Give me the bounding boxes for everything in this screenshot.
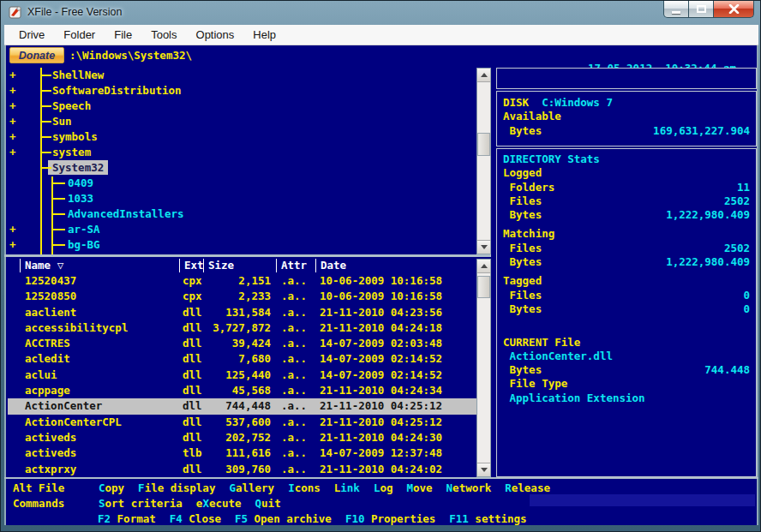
info-label: C:Windows 7 xyxy=(542,96,613,109)
file-size: 39,424 xyxy=(205,336,271,351)
minimize-button[interactable] xyxy=(663,1,689,18)
command-move[interactable]: Move xyxy=(406,481,432,496)
file-row[interactable]: acluidll125,440.a..14-07-2009 02:14:52 xyxy=(8,368,476,383)
window-controls xyxy=(663,1,754,18)
file-ext: dll xyxy=(183,415,202,430)
tree-item-softwaredistribution[interactable]: +SoftwareDistribution xyxy=(8,83,476,99)
command-f11-settings[interactable]: F11 settings xyxy=(449,511,526,527)
command-network[interactable]: Network xyxy=(446,481,492,496)
menu-help[interactable]: Help xyxy=(243,27,285,43)
expand-icon[interactable]: + xyxy=(9,68,16,82)
file-date: 14-07-2009 02:14:52 xyxy=(320,351,442,367)
command-f10-properties[interactable]: F10 Properties xyxy=(345,511,435,527)
command-copy[interactable]: Copy xyxy=(99,481,124,496)
menu-options[interactable]: Options xyxy=(187,27,244,43)
file-size: 45,568 xyxy=(205,383,271,398)
file-row[interactable]: acppagedll45,568.a..21-11-2010 04:24:34 xyxy=(8,383,476,398)
expand-icon[interactable]: + xyxy=(9,237,16,252)
command-log[interactable]: Log xyxy=(374,481,393,496)
expand-icon[interactable]: + xyxy=(9,83,16,98)
tree-item-1033[interactable]: 1033 xyxy=(8,191,476,206)
file-row[interactable]: ActionCenterdll744,448.a..21-11-2010 04:… xyxy=(8,398,476,414)
tree-item-ar-sa[interactable]: +ar-SA xyxy=(8,222,476,237)
command-quit[interactable]: Quit xyxy=(255,496,281,511)
scroll-down-button[interactable] xyxy=(477,240,490,254)
menu-file[interactable]: File xyxy=(105,27,141,43)
donate-button[interactable]: Donate xyxy=(9,47,64,63)
command-file-display[interactable]: File display xyxy=(138,481,215,496)
file-row[interactable]: 12520850cpx2,233.a..10-06-2009 10:16:58 xyxy=(8,289,476,304)
command-f2-format[interactable]: F2 Format xyxy=(98,511,156,527)
maximize-button[interactable] xyxy=(689,1,713,18)
command-f5-open-archive[interactable]: F5 Open archive xyxy=(235,511,332,527)
expand-icon[interactable]: + xyxy=(9,129,16,144)
command-sort-criteria[interactable]: Sort criteria xyxy=(99,496,183,511)
info-row: Application Extension xyxy=(497,392,756,405)
tree-item-symbols[interactable]: +symbols xyxy=(8,129,476,145)
file-row[interactable]: acleditdll7,680.a..14-07-2009 02:14:52 xyxy=(8,351,476,367)
tree-item-system32[interactable]: System32 xyxy=(8,160,476,176)
tree-item-0409[interactable]: 0409 xyxy=(8,176,476,191)
command-gallery[interactable]: Gallery xyxy=(229,481,274,496)
file-date: 10-06-2009 10:16:58 xyxy=(320,273,442,289)
close-button[interactable] xyxy=(713,1,754,18)
tree-item-label: ShellNew xyxy=(52,68,104,82)
file-list: 12520437cpx2,151.a..10-06-2009 10:16:581… xyxy=(8,273,476,477)
file-attr: .a.. xyxy=(281,445,307,461)
expand-icon[interactable]: + xyxy=(9,145,16,159)
file-date: 21-11-2010 04:24:30 xyxy=(320,430,442,445)
info-row: DISK C:Windows 7 xyxy=(497,96,756,110)
tree-scrollbar[interactable] xyxy=(476,68,491,254)
menu-folder[interactable]: Folder xyxy=(54,27,105,43)
scroll-thumb[interactable] xyxy=(477,276,490,298)
tree-branch-line xyxy=(51,198,65,200)
scroll-up-button[interactable] xyxy=(477,260,490,273)
scroll-down-button[interactable] xyxy=(477,463,490,476)
command-icons[interactable]: Icons xyxy=(288,481,321,496)
info-value: 0 xyxy=(743,302,750,316)
file-row[interactable]: ACCTRESdll39,424.a..14-07-2009 02:03:48 xyxy=(8,336,476,351)
expand-icon[interactable]: + xyxy=(9,99,16,113)
column-header-ext[interactable]: Ext xyxy=(179,259,204,272)
file-ext: tlb xyxy=(183,445,202,461)
file-row[interactable]: activedsdll202,752.a..21-11-2010 04:24:3… xyxy=(8,430,476,445)
tree-branch-line xyxy=(40,105,51,107)
column-header-size[interactable]: Size xyxy=(203,259,234,272)
tree-item-advancedinstallers[interactable]: AdvancedInstallers xyxy=(8,206,476,222)
command-link[interactable]: Link xyxy=(334,481,360,496)
info-row: Bytes169,631,227.904 xyxy=(497,124,756,138)
tree-item-system[interactable]: +system xyxy=(8,145,476,160)
file-row[interactable]: aaclientdll131,584.a..21-11-2010 04:23:5… xyxy=(8,305,476,320)
file-attr: .a.. xyxy=(281,430,307,445)
expand-icon[interactable]: + xyxy=(9,222,16,236)
file-row[interactable]: ActionCenterCPLdll537,600.a..21-11-2010 … xyxy=(8,415,476,430)
file-row[interactable]: 12520437cpx2,151.a..10-06-2009 10:16:58 xyxy=(8,273,476,289)
scroll-up-button[interactable] xyxy=(477,69,490,82)
file-list-header: Name ▽ExtSizeAttrDate xyxy=(8,259,476,273)
file-row[interactable]: accessibilitycpldll3,727,872.a..21-11-20… xyxy=(8,320,476,336)
scroll-thumb[interactable] xyxy=(477,133,490,156)
titlebar[interactable]: XFile - Free Version xyxy=(1,1,760,25)
file-name: accessibilitycpl xyxy=(25,320,128,336)
tree-item-shellnew[interactable]: +ShellNew xyxy=(8,68,476,83)
tree-item-speech[interactable]: +Speech xyxy=(8,99,476,114)
menu-tools[interactable]: Tools xyxy=(141,27,186,43)
tree-branch-line xyxy=(51,244,65,246)
column-header-attr[interactable]: Attr xyxy=(276,259,307,272)
column-header-date[interactable]: Date xyxy=(315,259,346,272)
file-row[interactable]: activedstlb111,616.a..14-07-2009 12:37:4… xyxy=(8,445,476,461)
tree-item-bg-bg[interactable]: +bg-BG xyxy=(8,237,476,253)
file-ext: cpx xyxy=(183,289,202,304)
expand-icon[interactable]: + xyxy=(9,114,16,129)
command-f4-close[interactable]: F4 Close xyxy=(170,511,221,527)
column-header-name[interactable]: Name ▽ xyxy=(20,259,63,272)
info-label: Bytes xyxy=(503,363,542,376)
info-value: 2502 xyxy=(724,194,750,208)
file-date: 14-07-2009 02:14:52 xyxy=(320,368,442,383)
file-list-scrollbar[interactable] xyxy=(476,259,491,477)
menu-drive[interactable]: Drive xyxy=(9,27,54,43)
tree-item-sun[interactable]: +Sun xyxy=(8,114,476,129)
command-release[interactable]: Release xyxy=(505,481,550,496)
command-execute[interactable]: eXecute xyxy=(196,496,242,511)
file-row[interactable]: actxprxydll309,760.a..21-11-2010 04:24:0… xyxy=(8,462,476,477)
